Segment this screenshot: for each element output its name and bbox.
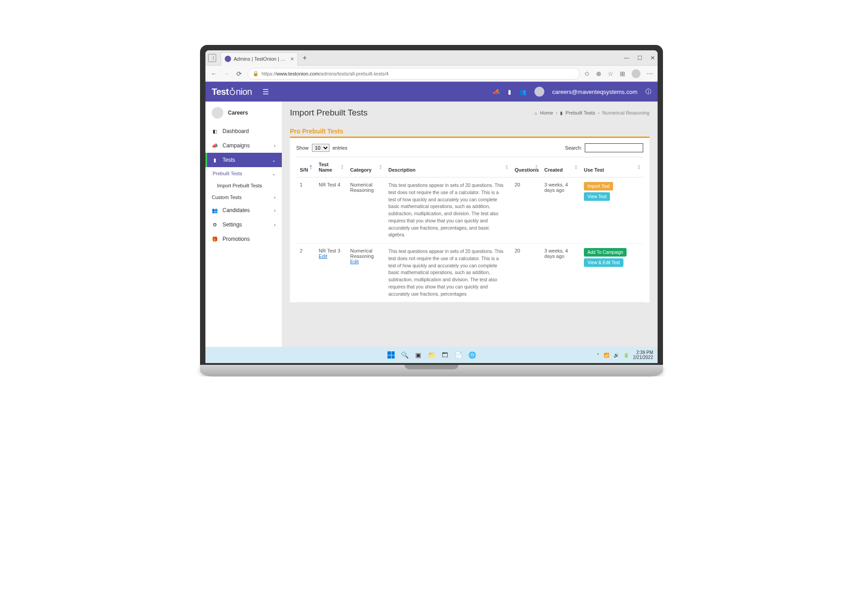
- cell-actions: Add To Campaign View & Edit Test: [580, 244, 643, 302]
- browser-address-bar: ← → ⟳ 🔒 https://www.testonion.com/admins…: [205, 66, 658, 82]
- info-icon[interactable]: ⓘ: [645, 88, 651, 96]
- sidebar-item-tests[interactable]: ▮ Tests ⌄: [205, 153, 282, 167]
- edge-browser-icon[interactable]: 🌐: [467, 350, 477, 360]
- edit-link[interactable]: Edit: [319, 253, 327, 259]
- window-maximize-button[interactable]: ☐: [637, 55, 642, 61]
- tab-title: Admins | TestOnion | Create and: [234, 56, 288, 62]
- col-created[interactable]: Created▲▼: [541, 157, 580, 177]
- task-view-icon[interactable]: ▣: [413, 350, 423, 360]
- search-label: Search:: [565, 145, 582, 151]
- sidebar-sub-custom-tests[interactable]: Custom Tests ‹: [205, 191, 282, 203]
- start-menu-button[interactable]: [386, 350, 396, 360]
- entries-control: Show 10 entries: [296, 144, 347, 152]
- col-sn[interactable]: S/N▲▼: [296, 157, 315, 177]
- chevron-left-icon: ‹: [274, 208, 276, 213]
- refresh-button[interactable]: ⟳: [235, 70, 243, 77]
- tab-actions-icon[interactable]: [208, 54, 216, 62]
- back-button[interactable]: ←: [210, 70, 218, 77]
- sidebar-user[interactable]: Careers: [205, 102, 282, 124]
- tracking-prevention-icon[interactable]: ✩: [584, 70, 590, 77]
- entries-select[interactable]: 10: [312, 144, 329, 152]
- promotions-icon: 🎁: [212, 236, 218, 242]
- cell-created: 3 weeks, 4 days ago: [541, 244, 580, 302]
- cell-created: 3 weeks, 4 days ago: [541, 177, 580, 244]
- chevron-left-icon: ‹: [274, 143, 276, 148]
- wifi-icon[interactable]: 📶: [604, 353, 609, 358]
- section-title: Pro Prebuilt Tests: [290, 128, 649, 135]
- edit-link[interactable]: Edit: [350, 259, 359, 264]
- action-button-1[interactable]: Import Test: [584, 182, 613, 191]
- sidebar-item-promotions[interactable]: 🎁 Promotions: [205, 232, 282, 246]
- col-questions[interactable]: Questions▲▼: [511, 157, 541, 177]
- app-logo[interactable]: Test nion: [212, 87, 252, 97]
- calculator-icon[interactable]: 🗔: [440, 350, 450, 360]
- new-tab-button[interactable]: +: [302, 54, 307, 62]
- sidebar-sub-prebuilt-tests[interactable]: Prebuilt Tests ⌄: [205, 167, 282, 180]
- lock-icon: 🔒: [253, 71, 259, 76]
- volume-icon[interactable]: 🔊: [614, 353, 619, 358]
- crumb-prebuilt[interactable]: Prebuilt Tests: [565, 110, 595, 115]
- cell-category: Numerical Reasoning: [347, 177, 385, 244]
- action-button-2[interactable]: View & Edit Test: [584, 258, 623, 267]
- col-description[interactable]: Description▲▼: [385, 157, 511, 177]
- sidebar-item-settings[interactable]: ⚙ Settings ‹: [205, 217, 282, 232]
- sidebar-sub-import-prebuilt-tests[interactable]: Import Prebuilt Tests: [205, 180, 282, 191]
- cell-category: Numerical ReasoningEdit: [347, 244, 385, 302]
- hamburger-menu-button[interactable]: ☰: [262, 88, 269, 96]
- chevron-down-icon: ⌄: [272, 158, 276, 163]
- users-icon[interactable]: 👥: [519, 89, 526, 95]
- book-icon[interactable]: ▮: [508, 89, 511, 95]
- page-title: Import Prebuilt Tests: [290, 108, 368, 118]
- tests-icon: ▮: [212, 157, 218, 163]
- cell-name: NR Test 4: [315, 177, 347, 244]
- col-test-name[interactable]: Test Name▲▼: [315, 157, 347, 177]
- more-menu-icon[interactable]: ⋯: [647, 70, 653, 77]
- extensions-icon[interactable]: ⊕: [596, 70, 601, 77]
- col-use-test[interactable]: Use Test▲▼: [580, 157, 643, 177]
- app-icon[interactable]: 📄: [454, 350, 463, 360]
- cell-actions: Import Test View Test: [580, 177, 643, 244]
- chevron-down-icon: ⌄: [272, 171, 276, 176]
- laptop-mockup: Admins | TestOnion | Create and × + — ☐ …: [200, 45, 663, 377]
- candidates-icon: 👥: [212, 208, 218, 213]
- system-clock[interactable]: 2:39 PM 2/21/2022: [633, 350, 654, 360]
- close-tab-icon[interactable]: ×: [290, 56, 294, 62]
- browser-tab[interactable]: Admins | TestOnion | Create and ×: [221, 52, 298, 66]
- cell-questions: 20: [511, 244, 541, 302]
- sidebar: Careers ◧ Dashboard 📣 Campaigns ‹: [205, 102, 282, 347]
- table-row: 2 NR Test 3Edit Numerical ReasoningEdit …: [296, 244, 643, 302]
- window-minimize-button[interactable]: —: [624, 55, 629, 61]
- sidebar-item-dashboard[interactable]: ◧ Dashboard: [205, 124, 282, 138]
- favorites-icon[interactable]: ☆: [608, 70, 614, 77]
- battery-icon[interactable]: 🔋: [623, 353, 629, 358]
- user-avatar-icon[interactable]: [534, 87, 544, 97]
- file-explorer-icon[interactable]: 📁: [427, 350, 436, 360]
- user-email[interactable]: careers@maventeqsystems.com: [552, 89, 637, 95]
- windows-taskbar: 🔍 ▣ 📁 🗔 📄 🌐 ˄ 📶 🔊 🔋 2:39 PM: [205, 347, 658, 363]
- profile-avatar-icon[interactable]: [632, 69, 641, 78]
- action-button-1[interactable]: Add To Campaign: [584, 248, 627, 257]
- search-input[interactable]: [585, 143, 643, 152]
- cell-name: NR Test 3Edit: [315, 244, 347, 302]
- browser-title-bar: Admins | TestOnion | Create and × + — ☐ …: [205, 50, 658, 66]
- window-close-button[interactable]: ✕: [650, 55, 655, 61]
- tests-table: S/N▲▼ Test Name▲▼ Category▲▼ Description…: [296, 157, 643, 302]
- campaigns-icon: 📣: [212, 143, 218, 149]
- url-input[interactable]: 🔒 https://www.testonion.com/admins/tests…: [248, 68, 580, 80]
- main-content: Import Prebuilt Tests ⌂ Home › ▮ Prebuil…: [282, 102, 658, 347]
- table-row: 1 NR Test 4 Numerical Reasoning This tes…: [296, 177, 643, 244]
- col-category[interactable]: Category▲▼: [347, 157, 385, 177]
- crumb-home[interactable]: Home: [540, 110, 553, 115]
- collections-icon[interactable]: ⊞: [620, 70, 625, 77]
- announce-icon[interactable]: 📣: [493, 89, 500, 95]
- tray-chevron-icon[interactable]: ˄: [597, 353, 599, 358]
- dashboard-icon: ◧: [212, 129, 218, 134]
- forward-button: →: [222, 70, 231, 77]
- crumb-current: Numerical Reasoning: [602, 110, 649, 115]
- app-header: Test nion ☰ 📣 ▮ 👥 careers@maventeqsystem…: [205, 82, 658, 102]
- search-icon[interactable]: 🔍: [400, 350, 409, 360]
- sidebar-item-candidates[interactable]: 👥 Candidates ‹: [205, 203, 282, 217]
- cell-sn: 1: [296, 177, 315, 244]
- sidebar-item-campaigns[interactable]: 📣 Campaigns ‹: [205, 138, 282, 153]
- action-button-2[interactable]: View Test: [584, 192, 610, 201]
